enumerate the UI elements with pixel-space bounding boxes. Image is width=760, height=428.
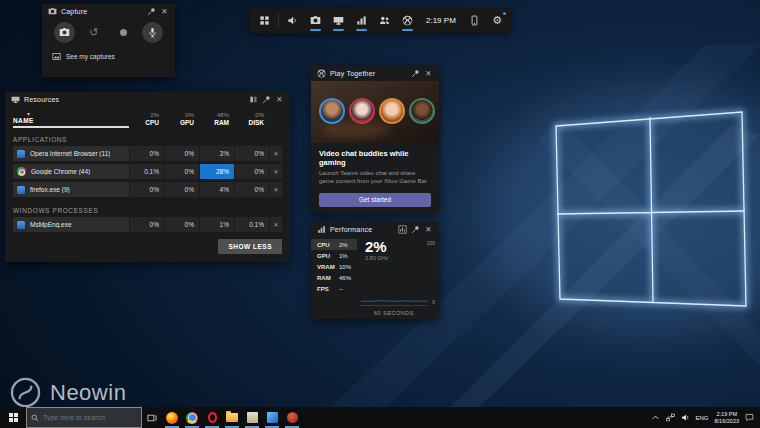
taskbar-app-chrome[interactable] [182, 407, 202, 428]
cpu-label: CPU [145, 119, 159, 126]
opera-icon [208, 412, 217, 423]
play-together-title: Play Together [330, 70, 375, 77]
screenshot-button[interactable] [54, 22, 75, 43]
close-icon[interactable]: ✕ [424, 69, 433, 78]
metric-value: -- [339, 286, 343, 292]
taskbar-app-photos[interactable] [262, 407, 282, 428]
mobile-link-button[interactable] [463, 8, 486, 33]
app-window-icon [17, 221, 25, 229]
disk-value-cell: 0.1% [235, 217, 269, 232]
audio-button[interactable] [281, 8, 304, 33]
resources-widget-header: Resources ✕ [5, 92, 290, 107]
ram-value-cell: 3% [200, 146, 234, 161]
cpu-total: 2% [150, 112, 159, 118]
metric-value: 1% [339, 253, 348, 259]
gpu-value-cell: 0% [165, 164, 199, 179]
looking-for-group-button[interactable] [373, 8, 396, 33]
get-started-button[interactable]: Get started [319, 193, 431, 207]
search-input[interactable] [43, 414, 137, 421]
play-together-widget: Play Together ✕ Video chat buddies while… [311, 66, 439, 213]
close-icon[interactable]: ✕ [424, 225, 433, 234]
start-button[interactable] [0, 407, 26, 428]
x-axis-label: 60 SECONDS [357, 310, 431, 316]
metric-item-fps[interactable]: FPS -- [311, 283, 357, 294]
windows-logo-icon [9, 413, 18, 422]
toolbar-divider [278, 13, 279, 28]
system-tray: ENG 2:19 PM 8/16/2023 [651, 411, 760, 425]
gpu-label: GPU [180, 119, 194, 126]
microphone-icon [147, 27, 158, 38]
cpu-column-header[interactable]: 2% CPU [130, 110, 164, 128]
disk-label: DISK [248, 119, 264, 126]
bar-chart-icon [356, 15, 367, 26]
capture-button[interactable] [304, 8, 327, 33]
columns-icon[interactable] [249, 95, 258, 104]
resources-button[interactable] [327, 8, 350, 33]
taskbar-app-red[interactable] [282, 407, 302, 428]
hidden-icons-chevron[interactable] [651, 413, 660, 422]
taskbar-search-box[interactable] [26, 407, 142, 428]
windows-taskbar: ENG 2:19 PM 8/16/2023 [0, 407, 760, 428]
avatar [349, 98, 375, 124]
pin-icon[interactable] [147, 7, 156, 16]
speaker-icon [287, 15, 298, 26]
search-icon [31, 414, 39, 422]
metric-item-ram[interactable]: RAM 46% [311, 272, 357, 283]
task-view-icon [147, 413, 157, 423]
widget-menu-button[interactable] [253, 8, 276, 33]
performance-header: Performance ✕ [311, 222, 439, 237]
metric-label: CPU [317, 242, 335, 248]
taskbar-app-opera[interactable] [202, 407, 222, 428]
process-name-cell[interactable]: Google Chrome (44) [13, 164, 129, 179]
metric-item-vram[interactable]: VRAM 10% [311, 261, 357, 272]
gpu-column-header[interactable]: 0% GPU [165, 110, 199, 128]
header-spacer [270, 110, 282, 128]
metric-label: FPS [317, 286, 335, 292]
metric-label: GPU [317, 253, 335, 259]
performance-widget: Performance ✕ CPU 2% GPU 1% VRAM 10% RAM… [311, 222, 439, 319]
start-recording-button[interactable] [113, 22, 134, 43]
firefox-icon [166, 412, 178, 424]
clock[interactable]: 2:19 PM 8/16/2023 [715, 411, 739, 425]
promo-description: Launch Teams video chat and share game c… [319, 169, 431, 186]
table-row: Google Chrome (44) 0.1% 0% 28% 0% ✕ [13, 164, 282, 179]
pin-icon[interactable] [411, 225, 420, 234]
end-process-button[interactable]: ✕ [270, 146, 282, 161]
table-row: firefox.exe (9) 0% 0% 4% 0% ✕ [13, 182, 282, 197]
settings-button[interactable]: ⚙ [486, 8, 509, 33]
volume-icon[interactable] [681, 413, 690, 422]
xbox-social-button[interactable] [396, 8, 419, 33]
task-view-button[interactable] [142, 407, 162, 428]
process-name-cell[interactable]: firefox.exe (9) [13, 182, 129, 197]
end-process-button[interactable]: ✕ [270, 217, 282, 232]
performance-button[interactable] [350, 8, 373, 33]
taskbar-app-window[interactable] [242, 407, 262, 428]
language-indicator[interactable]: ENG [696, 415, 709, 421]
name-column-header[interactable]: ▾ NAME [13, 110, 129, 128]
metric-value: 2% [339, 242, 348, 248]
action-center-icon[interactable] [745, 413, 754, 422]
cpu-frequency: 3.80 GHz [365, 255, 439, 261]
pin-icon[interactable] [411, 69, 420, 78]
pin-icon[interactable] [262, 95, 271, 104]
end-process-button[interactable]: ✕ [270, 182, 282, 197]
process-name-cell[interactable]: MsMpEng.exe [13, 217, 129, 232]
end-process-button[interactable]: ✕ [270, 164, 282, 179]
network-icon[interactable] [666, 413, 675, 422]
mic-toggle-button[interactable] [142, 22, 163, 43]
taskbar-app-file-explorer[interactable] [222, 407, 242, 428]
close-icon[interactable]: ✕ [160, 7, 169, 16]
graph-settings-icon[interactable] [398, 225, 407, 234]
close-icon[interactable]: ✕ [275, 95, 284, 104]
metric-item-gpu[interactable]: GPU 1% [311, 250, 357, 261]
record-last-30s-button[interactable]: ↺ [83, 22, 104, 43]
see-my-captures-link[interactable]: See my captures [42, 43, 175, 61]
process-name-cell[interactable]: Opera Internet Browser (11) [13, 146, 129, 161]
metric-item-cpu[interactable]: CPU 2% [311, 239, 357, 250]
ram-column-header[interactable]: 48% RAM [200, 110, 234, 128]
capture-buttons-row: ↺ [42, 19, 175, 43]
chrome-icon [186, 412, 198, 424]
show-less-button[interactable]: SHOW LESS [218, 239, 282, 254]
disk-column-header[interactable]: 0% DISK [235, 110, 269, 128]
taskbar-app-firefox[interactable] [162, 407, 182, 428]
